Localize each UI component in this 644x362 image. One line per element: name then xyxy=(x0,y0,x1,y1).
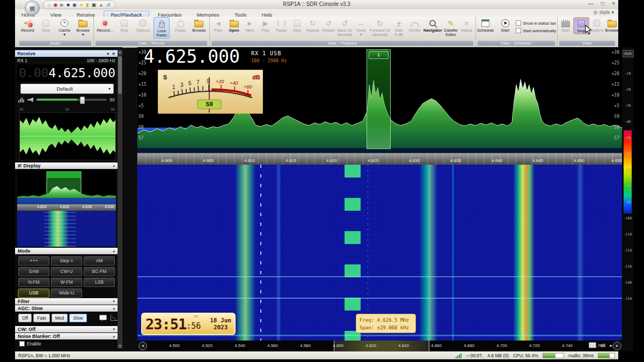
playback-restart-button[interactable]: ↺ Restart xyxy=(321,17,336,33)
data-record-button[interactable]: Record... xyxy=(96,17,113,33)
start-automatically-checkbox[interactable]: Start automatically xyxy=(516,28,556,33)
scroll-down-icon[interactable]: ▾ xyxy=(118,344,122,349)
rx-marker-badge[interactable]: 1 xyxy=(369,51,389,59)
audio-record-button[interactable]: Record xyxy=(20,17,35,33)
video-start-button[interactable]: Start xyxy=(558,17,573,33)
nav-right-button[interactable]: ► xyxy=(613,342,621,350)
chevron-down-icon[interactable]: ▾ xyxy=(113,327,115,331)
nav-left-button[interactable]: ◄ xyxy=(138,342,147,350)
if-display-header[interactable]: IF Display ▴ xyxy=(15,162,118,169)
data-options-button[interactable]: Options xyxy=(135,17,150,33)
comment-bubble-icon[interactable] xyxy=(99,315,107,321)
data-browse-button[interactable]: Browse xyxy=(192,17,207,33)
monitor-icon[interactable] xyxy=(589,342,596,348)
mode-usb-button[interactable]: USB xyxy=(18,289,49,298)
close-button[interactable]: × xyxy=(612,1,615,6)
frequency-readout[interactable]: 0.004.625.000 xyxy=(17,64,115,82)
audio-cache-button[interactable]: Cache ▾ xyxy=(57,17,72,38)
expand-right-icon[interactable]: ▸ xyxy=(610,343,612,348)
profile-dropdown[interactable]: Default ▾ xyxy=(20,84,114,94)
mode-am-button[interactable]: AM xyxy=(84,256,115,265)
mode-cwu-button[interactable]: CW-U xyxy=(51,267,82,276)
navigator-button[interactable]: Navigator xyxy=(423,17,443,33)
playback-prev-button[interactable]: ◄ Prev xyxy=(211,17,226,33)
waterfall-display[interactable]: 23:51 :56 UTC 18 Jun2023 Freq: 4.626.5 M… xyxy=(137,165,622,341)
home-icon[interactable]: ⌂ xyxy=(48,3,50,8)
audio-scope[interactable] xyxy=(19,112,116,160)
antenna-icon[interactable]: ▲ xyxy=(99,3,104,8)
datafile-editor-button[interactable]: ✎ Datafile Editor xyxy=(443,17,458,38)
playback-open-button[interactable]: Open xyxy=(226,17,241,33)
speaker-icon[interactable] xyxy=(27,98,33,102)
mode-step-button[interactable]: Step ≡ xyxy=(51,256,82,265)
camera-icon[interactable]: ▣ xyxy=(92,3,97,8)
lock-icon[interactable]: ▮ xyxy=(86,3,89,8)
mode-lsb-button[interactable]: LSB xyxy=(84,278,115,287)
panel-scrollbar[interactable]: ▴ ▾ xyxy=(118,50,122,349)
mode-wideu-button[interactable]: Wide-U xyxy=(51,289,82,298)
receive-panel-header[interactable]: Receive ▾ ✕ xyxy=(15,50,118,57)
close-icon[interactable]: ✕ xyxy=(112,51,115,56)
undo-arrow-icon[interactable]: ↶ xyxy=(91,315,96,322)
volume-slider[interactable] xyxy=(36,99,107,101)
mode-sam-button[interactable]: SAM xyxy=(18,267,49,276)
target-icon[interactable]: ◉ xyxy=(53,3,57,8)
noise-blanker-header[interactable]: Noise Blanker: Off ▴ xyxy=(15,333,118,339)
filter-header[interactable]: Filter ▾ xyxy=(15,298,118,305)
scheduler-start-button[interactable]: Start xyxy=(497,17,513,33)
agc-off-button[interactable]: Off xyxy=(18,314,32,322)
chevron-down-icon[interactable]: ▾ xyxy=(107,51,109,56)
data-stop-button[interactable]: Stop xyxy=(117,17,132,33)
agc-fast-button[interactable]: Fast xyxy=(33,314,50,322)
maximize-button[interactable]: □ xyxy=(601,1,604,6)
mode-wfm-button[interactable]: W-FM xyxy=(51,278,82,287)
audio-stop-button[interactable]: Stop xyxy=(39,17,54,33)
schedule-button[interactable]: Schedule xyxy=(477,17,494,33)
agc-slow-button[interactable]: Slow xyxy=(69,314,86,322)
seek-button[interactable]: ↔ Seek ▾ xyxy=(354,17,369,38)
band-navigation-bar[interactable]: ◄ 4.500 4.520 4.540 4.560 4.580 4.600 4.… xyxy=(137,341,622,351)
agc-graph-icon[interactable] xyxy=(111,315,118,322)
style-menu[interactable]: ◎ Style ▾ xyxy=(594,10,614,15)
scroll-up-icon[interactable]: ▴ xyxy=(118,50,122,55)
zoom-level[interactable]: x5 xyxy=(601,343,606,348)
record-icon[interactable]: ◉ xyxy=(72,3,77,8)
chevron-up-icon[interactable]: ▴ xyxy=(113,164,115,168)
minimize-button[interactable]: — xyxy=(588,1,594,6)
play-icon[interactable]: ▶ xyxy=(60,3,64,8)
application-menu-orb[interactable]: ▦ xyxy=(25,1,40,16)
spectrum-frequency-scale[interactable]: 4.600 4.605 4.610 4.615 4.620 4.625 4.63… xyxy=(137,153,622,165)
playback-play-button[interactable]: ▶ Play xyxy=(258,17,273,33)
tuning-band[interactable]: 1 xyxy=(367,49,391,149)
nav-highlight-region[interactable] xyxy=(334,341,429,351)
cw-header[interactable]: CW: Off ▾ xyxy=(15,326,118,333)
power-button[interactable]: Power xyxy=(173,17,188,33)
show-in-status-bar-checkbox[interactable]: Show in status bar xyxy=(516,20,556,26)
mode-bcfm-button[interactable]: BC-FM xyxy=(84,267,115,276)
undo-icon[interactable]: ↺ xyxy=(106,3,111,8)
favourite-star-icon[interactable]: ★ xyxy=(79,3,84,8)
status-button[interactable]: ≡ Status xyxy=(459,17,474,33)
video-browse-button[interactable]: Browse xyxy=(604,17,619,33)
mode-nfm-button[interactable]: N-FM xyxy=(18,278,49,287)
lock-radio-button[interactable]: Lock Radio xyxy=(153,17,170,39)
agc-med-button[interactable]: Med xyxy=(52,314,68,322)
equalizer-icon[interactable] xyxy=(18,98,24,102)
main-frequency-readout[interactable]: 4.625.000 xyxy=(144,47,240,67)
auto-range-button[interactable]: Auto xyxy=(623,50,634,57)
mode-header[interactable]: Mode ▴ xyxy=(15,248,118,254)
playback-stop-button[interactable]: Stop xyxy=(289,17,304,33)
chevron-down-icon[interactable]: ▾ xyxy=(113,299,115,304)
back-10-seconds-button[interactable]: ↺ Back 10 seconds xyxy=(336,17,353,38)
audio-browse-button[interactable]: Browse ▾ xyxy=(76,17,91,38)
center-button[interactable]: Center xyxy=(407,17,422,33)
forward-10-seconds-button[interactable]: ↻ Forward 10 seconds xyxy=(369,17,391,38)
chevron-up-icon[interactable]: ▴ xyxy=(113,249,115,253)
if-spectrum[interactable] xyxy=(17,170,116,204)
agc-header[interactable]: AGC: Slow ▴ xyxy=(15,305,118,312)
chevron-up-icon[interactable]: ▴ xyxy=(113,334,115,338)
scrollbar-thumb[interactable] xyxy=(118,56,122,94)
stop-icon[interactable]: ■ xyxy=(67,3,69,8)
playback-next-button[interactable]: ► Next xyxy=(242,17,257,33)
volume-slider-knob[interactable] xyxy=(80,97,85,104)
